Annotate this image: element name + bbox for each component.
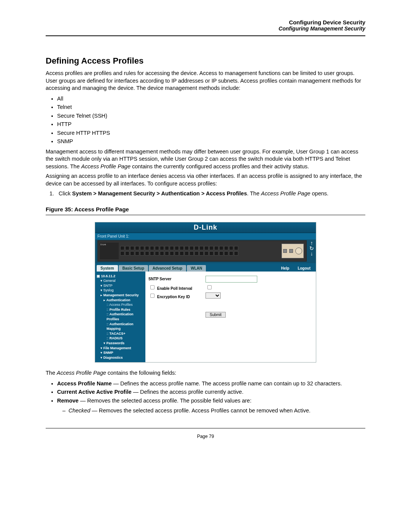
method-item: HTTP xyxy=(57,120,365,128)
doc-section: Configuring Device Security xyxy=(46,19,365,26)
front-panel-label: Front Panel Unit 1: xyxy=(95,233,316,240)
help-link[interactable]: Help xyxy=(277,265,293,272)
field-item: Remove — Removes the selected access pro… xyxy=(57,396,365,415)
tree-node-sntp[interactable]: ▾ SNTP xyxy=(97,283,144,288)
tree-node-access-profiles[interactable]: :: Access Profiles xyxy=(97,302,144,307)
uplink-module xyxy=(282,244,304,258)
tree-node-file-management[interactable]: ▾ File Management xyxy=(97,346,144,351)
nav-path: System > Management Security > Authentic… xyxy=(72,190,247,197)
tab-wlan[interactable]: WLAN xyxy=(187,265,206,272)
device-panel: D-Link ↑ ↻ xyxy=(95,240,316,263)
step-1: 1. Click System > Management Security > … xyxy=(57,190,365,197)
paragraph: Management access to different managemen… xyxy=(46,148,365,171)
tree-node-profile-rules[interactable]: :: Profile Rules xyxy=(97,307,144,312)
encryption-key-label: Encryption Key ID xyxy=(157,295,190,299)
content-pane: SNTP Server Enable Poll Interval Encrypt… xyxy=(145,272,316,363)
sntp-server-label: SNTP Server xyxy=(148,277,206,281)
text-italic: Access Profile Page xyxy=(261,190,311,197)
text: opens. xyxy=(311,190,329,197)
submit-button[interactable]: Submit xyxy=(206,312,226,318)
fields-list: Access Profile Name — Defines the access… xyxy=(46,379,365,415)
method-item: All xyxy=(57,94,365,103)
figure-caption: Figure 35: Access Profile Page xyxy=(46,206,365,212)
method-item: Secure Telnet (SSH) xyxy=(57,112,365,120)
method-item: SNMP xyxy=(57,137,365,145)
tree-node-general[interactable]: ▾ General xyxy=(97,278,144,283)
tab-advanced-setup[interactable]: Advanced Setup xyxy=(149,265,186,272)
logout-link[interactable]: Logout xyxy=(294,265,314,272)
step-number: 1. xyxy=(49,190,57,197)
text: contains the currently configured access… xyxy=(131,163,309,169)
text-italic: Access Profile Page xyxy=(81,163,131,169)
intro-paragraph: Access profiles are profiles and rules f… xyxy=(46,70,365,92)
arrow-down-icon[interactable]: ↓ xyxy=(308,251,315,256)
screenshot-figure: D-Link Front Panel Unit 1: D-Link xyxy=(95,222,316,363)
tree-node-management-security[interactable]: ▸ Management Security xyxy=(97,293,144,298)
page-number: Page 79 xyxy=(46,434,365,439)
port-grid xyxy=(120,246,279,256)
footer-rule xyxy=(46,428,365,428)
encryption-key-checkbox[interactable] xyxy=(150,294,155,298)
doc-subsection: Configuring Management Security xyxy=(46,26,365,32)
scroll-arrows[interactable]: ↑ ↻ ↓ xyxy=(308,240,315,262)
encryption-key-select[interactable] xyxy=(206,292,221,299)
tree-node-passwords[interactable]: ▾ Passwords xyxy=(97,341,144,346)
tree-node-syslog[interactable]: ▾ Syslog xyxy=(97,288,144,293)
figure-rule xyxy=(46,215,365,215)
device-label: D-Link xyxy=(100,243,119,259)
nav-tree: ▣ 10.6.11.2 ▾ General ▾ SNTP ▾ Syslog ▸ … xyxy=(95,272,145,363)
arrow-up-icon[interactable]: ↑ xyxy=(308,240,315,246)
method-item: Secure HTTP HTTPS xyxy=(57,129,365,137)
text-italic: Access Profile Page xyxy=(57,370,106,376)
tree-node-auth-profiles[interactable]: :: Authentication Profiles xyxy=(97,312,144,321)
text: Click xyxy=(59,190,72,197)
enable-poll-checkbox[interactable] xyxy=(150,285,155,289)
switch-graphic: D-Link xyxy=(97,240,307,262)
tree-node-radius[interactable]: :: RADIUS xyxy=(97,336,144,341)
tree-node-authentication[interactable]: ▸ Authentication xyxy=(97,298,144,303)
tree-root[interactable]: ▣ 10.6.11.2 xyxy=(97,274,144,279)
methods-list: All Telnet Secure Telnet (SSH) HTTP Secu… xyxy=(46,94,365,146)
header-rule xyxy=(46,35,365,36)
enable-poll-label: Enable Poll Interval xyxy=(157,286,192,291)
tree-node-diagnostics[interactable]: ▾ Diagnostics xyxy=(97,355,144,360)
method-item: Telnet xyxy=(57,103,365,111)
tab-basic-setup[interactable]: Basic Setup xyxy=(119,265,148,272)
paragraph: The Access Profile Page contains the fol… xyxy=(46,369,365,377)
paragraph: Assigning an access profile to an interf… xyxy=(46,173,365,187)
sub-field-item: Checked — Removes the selected access pr… xyxy=(68,406,365,415)
refresh-icon[interactable]: ↻ xyxy=(308,246,315,251)
field-item: Access Profile Name — Defines the access… xyxy=(57,379,365,388)
field-item: Current Active Active Profile — Defines … xyxy=(57,388,365,396)
text: contains the following fields: xyxy=(106,370,177,376)
text: . The xyxy=(247,190,261,197)
tree-node-snmp[interactable]: ▾ SNMP xyxy=(97,350,144,355)
text: The xyxy=(46,370,57,376)
poll-value-checkbox[interactable] xyxy=(207,285,212,289)
tab-system[interactable]: System xyxy=(97,265,118,272)
sntp-server-input[interactable] xyxy=(206,276,257,283)
tab-bar: System Basic Setup Advanced Setup WLAN H… xyxy=(95,263,316,272)
tree-node-auth-mapping[interactable]: :: Authentication Mapping xyxy=(97,322,144,331)
brand-bar: D-Link xyxy=(95,222,316,233)
tree-node-tacacs[interactable]: :: TACACS+ xyxy=(97,331,144,336)
page-title: Defining Access Profiles xyxy=(46,56,365,66)
